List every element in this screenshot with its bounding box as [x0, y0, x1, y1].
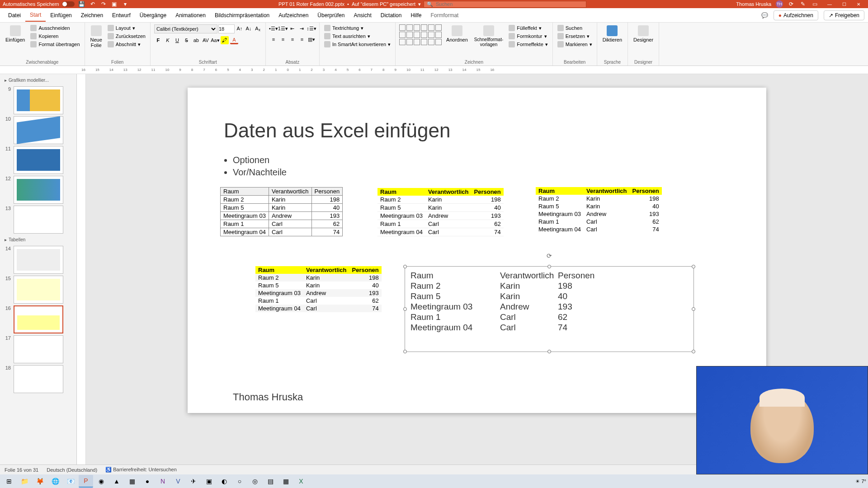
numbering-button[interactable]: 1☰▾	[279, 24, 287, 33]
window-icon[interactable]: ▭	[811, 0, 818, 8]
visio-icon[interactable]: V	[171, 475, 185, 488]
bold-button[interactable]: F	[154, 36, 162, 44]
app-icon-4[interactable]: ▣	[202, 475, 216, 488]
align-center-button[interactable]: ≡	[279, 35, 287, 43]
justify-button[interactable]: ≡	[298, 35, 306, 43]
case-button[interactable]: Aa▾	[211, 36, 219, 44]
tab-zeichnen[interactable]: Zeichnen	[76, 9, 108, 21]
onenote-icon[interactable]: N	[156, 475, 170, 488]
outline-button[interactable]: Formkontur▾	[508, 33, 549, 40]
resize-handle[interactable]	[403, 350, 407, 353]
quickstyles-button[interactable]: Schnellformat- vorlagen	[472, 24, 505, 48]
minimize-button[interactable]: —	[823, 0, 836, 8]
slide-thumbnails[interactable]: ▸ Grafiken modellier... 9 10 11 12 13 ▸ …	[0, 74, 77, 465]
tab-ueberpruefen[interactable]: Überprüfen	[313, 9, 349, 21]
autosave-toggle[interactable]: Automatisches Speichern	[3, 1, 75, 7]
new-slide-button[interactable]: Neue Folie	[89, 24, 104, 49]
slideshow-icon[interactable]: ▣	[111, 0, 118, 8]
chrome-icon[interactable]: 🌐	[48, 475, 62, 488]
search-box[interactable]: 🔍	[424, 1, 586, 8]
rotation-handle-icon[interactable]: ⟳	[547, 252, 552, 259]
weather-widget[interactable]: ☀ 7°	[855, 479, 866, 484]
italic-button[interactable]: K	[164, 36, 172, 44]
tab-formformat[interactable]: Formformat	[426, 9, 463, 21]
user-avatar[interactable]: TH	[776, 0, 783, 8]
firefox-icon[interactable]: 🦊	[33, 475, 47, 488]
table-yellow-1[interactable]: RaumVerantwortlichPersonen Raum 2Karin19…	[377, 188, 504, 236]
replace-button[interactable]: Ersetzen▾	[557, 33, 593, 40]
sync-icon[interactable]: ⟳	[788, 0, 795, 8]
vlc-icon[interactable]: ▲	[109, 475, 124, 488]
underline-button[interactable]: U	[173, 36, 181, 44]
fill-button[interactable]: Fülleffekt▾	[508, 24, 549, 32]
draw-icon[interactable]: ✎	[799, 0, 807, 8]
effects-button[interactable]: Formeffekte▾	[508, 41, 549, 48]
align-left-button[interactable]: ≡	[269, 35, 278, 43]
more-icon[interactable]: ▾	[122, 0, 129, 8]
slide-thumb-18[interactable]	[14, 365, 63, 393]
save-icon[interactable]: 💾	[78, 0, 85, 8]
text-direction-button[interactable]: Textrichtung▾	[323, 24, 392, 32]
telegram-icon[interactable]: ✈	[186, 475, 201, 488]
font-color-button[interactable]: A	[230, 36, 238, 44]
comments-icon[interactable]: 💬	[761, 12, 768, 19]
app-icon-9[interactable]: ▦	[278, 475, 293, 488]
bullets-button[interactable]: •☰▾	[269, 24, 278, 33]
chevron-down-icon[interactable]: ▾	[418, 1, 421, 7]
powerpoint-icon[interactable]: P	[79, 475, 93, 488]
resize-handle[interactable]	[403, 307, 407, 311]
app-icon-8[interactable]: ▤	[263, 475, 278, 488]
close-button[interactable]: ✕	[852, 0, 865, 8]
resize-handle[interactable]	[547, 265, 551, 268]
spacing-button[interactable]: AV	[202, 36, 210, 44]
dictate-button[interactable]: Diktieren	[601, 24, 624, 43]
selected-textbox[interactable]: ⟳ RaumVerantwortlichPersonen Raum 2Karin…	[405, 266, 694, 352]
tab-dictation[interactable]: Dictation	[376, 9, 406, 21]
font-family-select[interactable]: Calibri (Textkörper)	[154, 24, 217, 33]
slide-thumb-14[interactable]	[14, 246, 63, 274]
app-icon-2[interactable]: ▦	[125, 475, 139, 488]
slide-thumb-12[interactable]	[14, 176, 63, 204]
resize-handle[interactable]	[692, 265, 695, 268]
tab-ansicht[interactable]: Ansicht	[349, 9, 376, 21]
align-text-button[interactable]: Text ausrichten▾	[323, 33, 392, 40]
tab-aufzeichnen[interactable]: Aufzeichnen	[274, 9, 313, 21]
slide-thumb-17[interactable]	[14, 335, 63, 363]
font-size-input[interactable]	[218, 24, 235, 33]
indent-dec-button[interactable]: ⇤	[288, 24, 297, 33]
clear-format-icon[interactable]: Aᵪ	[254, 24, 262, 33]
align-right-button[interactable]: ≡	[288, 35, 297, 43]
app-icon-6[interactable]: ○	[232, 475, 247, 488]
section-header-tabellen[interactable]: ▸ Tabellen	[2, 235, 75, 244]
resize-handle[interactable]	[547, 350, 551, 353]
resize-handle[interactable]	[692, 350, 695, 353]
tab-uebergaenge[interactable]: Übergänge	[135, 9, 171, 21]
resize-handle[interactable]	[692, 307, 695, 311]
language-status[interactable]: Deutsch (Deutschland)	[47, 467, 97, 473]
section-header-grafiken[interactable]: ▸ Grafiken modellier...	[2, 76, 75, 84]
slide-thumb-15[interactable]	[14, 276, 63, 304]
tab-animationen[interactable]: Animationen	[171, 9, 210, 21]
tab-start[interactable]: Start	[25, 9, 46, 22]
tab-datei[interactable]: Datei	[4, 9, 25, 21]
arrange-button[interactable]: Anordnen	[444, 24, 470, 43]
app-icon-5[interactable]: ◐	[217, 475, 231, 488]
line-spacing-button[interactable]: ↕☰▾	[307, 24, 316, 33]
shadow-button[interactable]: ab	[192, 36, 200, 44]
select-button[interactable]: Markieren▾	[557, 41, 593, 48]
table-bordered[interactable]: RaumVerantwortlichPersonen Raum 2Karin19…	[220, 187, 343, 236]
outlook-icon[interactable]: 📧	[63, 475, 78, 488]
table-yellow-2[interactable]: RaumVerantwortlichPersonen Raum 2Karin19…	[536, 187, 662, 233]
tab-bildschirm[interactable]: Bildschirmpräsentation	[210, 9, 274, 21]
format-painter-button[interactable]: Format übertragen	[29, 41, 80, 48]
app-icon-7[interactable]: ◎	[248, 475, 262, 488]
table-yellow-3[interactable]: RaumVerantwortlichPersonen Raum 2Karin19…	[255, 266, 382, 312]
paste-button[interactable]: Einfügen	[4, 24, 27, 43]
columns-button[interactable]: ▥▾	[307, 35, 316, 43]
resize-handle[interactable]	[403, 265, 407, 268]
share-button[interactable]: ↗Freigeben	[824, 10, 864, 20]
shape-gallery[interactable]	[399, 24, 442, 45]
slide-title[interactable]: Daten aus Excel einfügen	[224, 119, 450, 142]
user-name[interactable]: Thomas Hruska	[736, 1, 771, 7]
app-icon-3[interactable]: ●	[140, 475, 155, 488]
